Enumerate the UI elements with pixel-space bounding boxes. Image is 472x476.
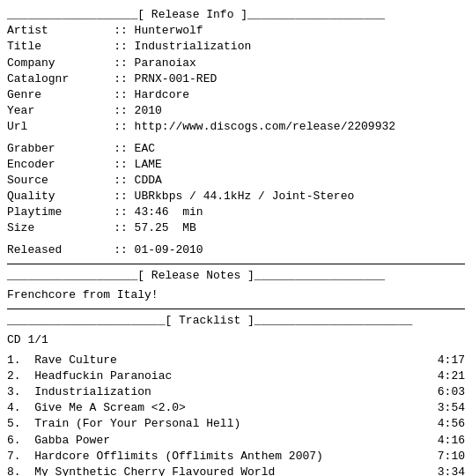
track-duration: 3:54	[431, 400, 465, 416]
track-duration: 4:21	[431, 368, 465, 384]
info-row-genre: Genre :: Hardcore	[7, 87, 465, 103]
release-notes-section: ___________________[ Release Notes ]____…	[7, 268, 465, 303]
info-row-catalognr: Catalognr :: PRNX-001-RED	[7, 71, 465, 87]
info-row-source: Source :: CDDA	[7, 173, 465, 189]
table-row: 7. Hardcore Offlimits (Offlimits Anthem …	[7, 449, 465, 465]
track-title: 1. Rave Culture	[7, 353, 117, 368]
track-duration: 4:16	[431, 433, 465, 449]
track-duration: 4:17	[431, 353, 465, 368]
track-duration: 3:34	[431, 465, 465, 476]
track-duration: 7:10	[431, 449, 465, 465]
track-title: 6. Gabba Power	[7, 433, 110, 449]
info-row-artist: Artist :: Hunterwolf	[7, 23, 465, 39]
tracklist-section: _______________________[ Tracklist ]____…	[7, 313, 465, 476]
release-info-fields: Artist :: Hunterwolf Title :: Industrial…	[7, 23, 465, 135]
info-row-company: Company :: Paranoiax	[7, 56, 465, 71]
track-title: 2. Headfuckin Paranoiac	[7, 368, 172, 384]
track-title: 3. Industrialization	[7, 384, 151, 400]
track-duration: 6:03	[431, 384, 465, 400]
release-notes-text: Frenchcore from Italy!	[7, 287, 465, 303]
divider-1	[7, 264, 465, 264]
table-row: 2. Headfuckin Paranoiac4:21	[7, 368, 465, 384]
info-row-title: Title :: Industrialization	[7, 39, 465, 55]
table-row: 3. Industrialization6:03	[7, 384, 465, 400]
track-duration: 4:56	[431, 416, 465, 432]
table-row: 8. My Synthetic Cherry Flavoured World3:…	[7, 465, 465, 476]
info-row-size: Size :: 57.25 MB	[7, 220, 465, 236]
track-title: 4. Give Me A Scream <2.0>	[7, 400, 186, 416]
table-row: 5. Train (For Your Personal Hell)4:56	[7, 416, 465, 432]
table-row: 6. Gabba Power4:16	[7, 433, 465, 449]
release-notes-header: ___________________[ Release Notes ]____…	[7, 268, 465, 284]
cd-label: CD 1/1	[7, 332, 465, 348]
tracklist: 1. Rave Culture4:172. Headfuckin Paranoi…	[7, 353, 465, 476]
info-row-year: Year :: 2010	[7, 103, 465, 119]
track-title: 7. Hardcore Offlimits (Offlimits Anthem …	[7, 449, 323, 465]
info-row-released: Released :: 01-09-2010	[7, 242, 465, 258]
release-info-fields2: Grabber :: EAC Encoder :: LAME Source ::…	[7, 141, 465, 237]
info-row-url: Url :: http://www.discogs.com/release/22…	[7, 119, 465, 135]
info-row-grabber: Grabber :: EAC	[7, 141, 465, 157]
track-title: 8. My Synthetic Cherry Flavoured World	[7, 465, 275, 476]
release-info-section: ___________________[ Release Info ]_____…	[7, 7, 465, 258]
table-row: 4. Give Me A Scream <2.0>3:54	[7, 400, 465, 416]
track-title: 5. Train (For Your Personal Hell)	[7, 416, 240, 432]
info-row-quality: Quality :: UBRkbps / 44.1kHz / Joint-Ste…	[7, 189, 465, 205]
tracklist-header: _______________________[ Tracklist ]____…	[7, 313, 465, 329]
table-row: 1. Rave Culture4:17	[7, 353, 465, 368]
divider-2	[7, 309, 465, 309]
release-info-header: ___________________[ Release Info ]_____…	[7, 7, 465, 23]
info-row-encoder: Encoder :: LAME	[7, 157, 465, 173]
info-row-playtime: Playtime :: 43:46 min	[7, 205, 465, 220]
